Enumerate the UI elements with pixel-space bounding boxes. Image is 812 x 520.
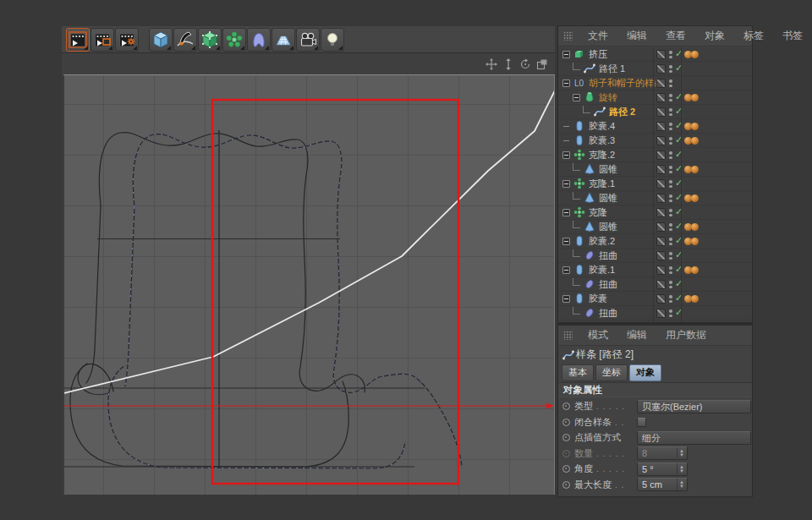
tree-row[interactable]: 胶囊✓ <box>558 292 752 306</box>
object-label[interactable]: 扭曲 <box>595 278 617 291</box>
tree-row[interactable]: 旋转✓ <box>558 90 752 105</box>
subdivision-surface-button[interactable] <box>198 28 222 52</box>
keyframe-circle-icon[interactable] <box>562 402 570 410</box>
tree-row[interactable]: 扭曲✓ <box>558 277 752 292</box>
dolly-icon[interactable] <box>502 58 514 70</box>
visibility-dots[interactable] <box>669 137 672 145</box>
visibility-dots[interactable] <box>669 266 672 275</box>
tree-row[interactable]: 胶囊.3✓ <box>558 134 752 148</box>
array-button[interactable] <box>222 28 246 52</box>
object-label[interactable]: 胶囊.4 <box>585 120 615 133</box>
tag-icon[interactable] <box>691 223 699 231</box>
object-manager-menu-item[interactable]: 标签 <box>734 29 773 43</box>
layer-color-box[interactable] <box>656 208 666 217</box>
layer-color-box[interactable] <box>656 151 666 160</box>
tag-icon[interactable] <box>691 137 699 145</box>
object-label[interactable]: 胡子和帽子的样条 <box>585 77 663 90</box>
object-label[interactable]: 胶囊.2 <box>585 235 615 248</box>
layer-color-box[interactable] <box>656 50 666 59</box>
object-manager-menu-item[interactable]: 对象 <box>695 29 734 43</box>
object-manager-menu-item[interactable]: 书签 <box>773 29 812 43</box>
layer-color-box[interactable] <box>656 280 666 289</box>
visibility-dots[interactable] <box>669 238 672 246</box>
角度-input[interactable]: 5 °▲▼ <box>637 463 688 476</box>
expand-toggle-icon[interactable] <box>562 266 570 274</box>
visibility-dots[interactable] <box>669 51 672 59</box>
tree-row[interactable]: L0胡子和帽子的样条 <box>558 76 752 90</box>
object-manager-menu-item[interactable]: 文件 <box>579 29 617 43</box>
keyframe-circle-icon[interactable] <box>562 434 570 441</box>
camera-button[interactable] <box>296 28 320 52</box>
selection-rectangle[interactable] <box>212 100 458 484</box>
visibility-dots[interactable] <box>669 108 672 117</box>
object-manager-menu-item[interactable]: 查看 <box>656 29 695 43</box>
visibility-dots[interactable] <box>669 252 672 260</box>
layer-color-box[interactable] <box>656 251 666 260</box>
object-label[interactable]: 胶囊.1 <box>585 264 615 276</box>
layer-color-box[interactable] <box>656 222 666 232</box>
panel-grip-icon[interactable] <box>563 331 573 340</box>
stepper-arrows-icon[interactable]: ▲▼ <box>677 479 686 490</box>
profile-spline-solid[interactable] <box>70 133 365 467</box>
tree-row[interactable]: 克隆✓ <box>558 205 752 220</box>
tree-row[interactable]: 胶囊.2✓ <box>558 234 752 249</box>
panel-grip-icon[interactable] <box>563 31 573 41</box>
layer-color-box[interactable] <box>656 93 666 102</box>
tag-icon[interactable] <box>691 166 699 173</box>
cube-button[interactable] <box>149 28 173 52</box>
object-label[interactable]: 胶囊.3 <box>585 134 615 147</box>
visibility-dots[interactable] <box>669 123 672 131</box>
expand-toggle-icon[interactable] <box>562 51 570 58</box>
layer-color-box[interactable] <box>656 64 666 74</box>
keyframe-circle-icon[interactable] <box>562 419 570 426</box>
layer-color-box[interactable] <box>656 194 666 203</box>
layer-color-box[interactable] <box>656 265 666 275</box>
visibility-dots[interactable] <box>669 94 672 102</box>
keyframe-circle-icon[interactable] <box>562 465 570 473</box>
tag-icon[interactable] <box>691 123 699 130</box>
tree-row[interactable]: 胶囊.1✓ <box>558 263 752 277</box>
rotate-icon[interactable] <box>519 58 531 70</box>
visibility-dots[interactable] <box>669 281 672 289</box>
stepper-arrows-icon[interactable]: ▲▼ <box>677 463 686 475</box>
tree-row[interactable]: 克隆.2✓ <box>558 148 752 162</box>
layer-color-box[interactable] <box>656 79 666 88</box>
tree-row[interactable]: 路径 2✓ <box>558 105 752 119</box>
tag-icon[interactable] <box>691 266 699 274</box>
visibility-dots[interactable] <box>669 223 672 232</box>
deformer-button[interactable] <box>247 28 271 52</box>
layer-color-box[interactable] <box>656 309 666 318</box>
object-label[interactable]: 扭曲 <box>595 249 617 262</box>
object-label[interactable]: 克隆 <box>585 206 607 219</box>
stepper-arrows-icon[interactable]: ▲▼ <box>677 447 686 459</box>
expand-toggle-icon[interactable] <box>573 94 580 101</box>
最大长度-input[interactable]: 5 cm▲▼ <box>637 478 688 491</box>
render-region-button[interactable] <box>91 28 114 52</box>
object-label[interactable]: 克隆.2 <box>585 149 615 161</box>
tag-icon[interactable] <box>691 194 699 202</box>
expand-toggle-icon[interactable] <box>562 295 570 303</box>
类型-dropdown[interactable]: 贝塞尔(Bezier) <box>637 400 751 413</box>
keyframe-circle-icon[interactable] <box>562 481 570 489</box>
visibility-dots[interactable] <box>669 180 672 189</box>
tag-icon[interactable] <box>691 238 699 245</box>
visibility-dots[interactable] <box>669 166 672 174</box>
tree-row[interactable]: 圆锥✓ <box>558 162 752 177</box>
visibility-dots[interactable] <box>669 151 672 160</box>
tree-row[interactable]: 圆锥✓ <box>558 220 752 234</box>
object-label[interactable]: 圆锥 <box>595 221 617 233</box>
layer-color-box[interactable] <box>656 237 666 246</box>
visibility-dots[interactable] <box>669 79 672 88</box>
render-view-button[interactable] <box>66 28 90 52</box>
点插值方式-dropdown[interactable]: 细分 <box>637 431 751 445</box>
light-button[interactable] <box>321 28 344 52</box>
expand-toggle-icon[interactable] <box>562 151 570 159</box>
tree-row[interactable]: 胶囊.4✓ <box>558 119 752 134</box>
spline-pen-button[interactable] <box>173 28 197 52</box>
render-settings-button[interactable] <box>115 28 139 52</box>
object-label[interactable]: 路径 1 <box>595 63 625 75</box>
expand-toggle-icon[interactable] <box>562 180 570 188</box>
tag-icon[interactable] <box>691 94 699 101</box>
object-label[interactable]: 扭曲 <box>595 307 617 320</box>
tag-icon[interactable] <box>691 295 699 303</box>
